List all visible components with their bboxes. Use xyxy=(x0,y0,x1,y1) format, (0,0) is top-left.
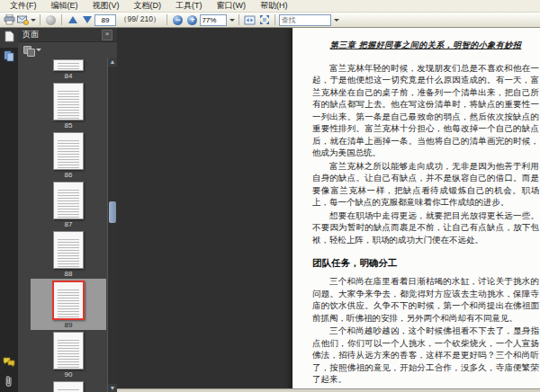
fit-width-button[interactable] xyxy=(243,13,256,26)
thumbnail-partial-next[interactable] xyxy=(31,379,106,392)
thumbnail-image[interactable] xyxy=(53,132,84,170)
scroll-down-icon[interactable]: ▼ xyxy=(108,384,117,392)
paperclip-icon xyxy=(4,375,14,391)
toolbar-separator xyxy=(274,14,275,25)
thumbnail-label: 90 xyxy=(65,370,73,379)
toolbar-separator xyxy=(238,14,239,25)
menu-document[interactable]: 文档(D) xyxy=(127,0,169,12)
toolbar-separator xyxy=(166,14,167,25)
thumbnail-image[interactable] xyxy=(53,182,84,219)
pages-panel-tab[interactable] xyxy=(0,28,18,48)
zoom-level-input[interactable] xyxy=(200,14,227,26)
pages-stack-icon xyxy=(4,49,14,66)
thumbnail-label: 85 xyxy=(65,121,73,129)
zoom-out-icon: − xyxy=(173,15,183,25)
chapter-header: 第三章 把握好同事之间的关系，明智的小象有妙招 xyxy=(312,40,539,51)
thumbnail-list: 84858687888990 ▲ ▼ xyxy=(18,58,117,392)
menu-window[interactable]: 窗口(W) xyxy=(210,0,254,12)
thumbnail-page-86[interactable]: 86 xyxy=(31,130,106,180)
thumbnail-label: 87 xyxy=(65,220,73,228)
thumbnail-image[interactable] xyxy=(53,381,84,392)
page-body-text: 富兰克林年轻的时候，发现朋友们总是不喜欢和他在一起，于是他便想这一切究竟是什么原… xyxy=(312,62,539,392)
chevron-down-icon[interactable] xyxy=(334,19,339,22)
attachments-panel-tab[interactable] xyxy=(0,373,18,392)
thumbnail-label: 89 xyxy=(65,321,73,329)
thumbnail-options-bar xyxy=(18,42,117,58)
menu-file[interactable]: 文件(F) xyxy=(3,0,44,12)
options-icon[interactable] xyxy=(23,46,34,55)
toolbar-separator xyxy=(61,14,62,25)
thumbnail-image[interactable] xyxy=(53,83,84,120)
printer-icon xyxy=(4,14,15,25)
thumbnail-page-88[interactable]: 88 xyxy=(31,229,106,279)
arrow-down-icon xyxy=(83,16,92,23)
previous-view-icon xyxy=(46,15,56,25)
search-input[interactable] xyxy=(279,14,331,26)
navigation-tab-strip xyxy=(0,28,18,392)
toolbar-separator xyxy=(40,14,40,25)
page-count-label: （99/ 210） xyxy=(120,14,160,25)
thumbnail-image[interactable] xyxy=(53,332,84,370)
previous-page-button[interactable] xyxy=(66,13,79,26)
workspace: 页面 × 84858687888990 ▲ ▼ 第三章 把握好同事之间的关系，明… xyxy=(0,28,540,392)
paragraph: 三个和尚越吵越凶，这个时候佛祖看不下去了，显身指点他们，你们可以一个人挑水，一个… xyxy=(312,325,539,385)
panel-header: 页面 × xyxy=(18,28,117,42)
scroll-up-icon[interactable]: ▲ xyxy=(108,58,117,67)
section-heading: 团队任务，明确分工 xyxy=(312,257,539,270)
next-page-button[interactable] xyxy=(80,13,94,26)
thumbnail-page-89[interactable]: 89 xyxy=(31,279,106,330)
document-viewer[interactable]: 第三章 把握好同事之间的关系，明智的小象有妙招 富兰克林年轻的时候，发现朋友们总… xyxy=(117,28,540,392)
fit-page-icon xyxy=(259,14,270,25)
bookmarks-panel-tab[interactable] xyxy=(0,48,18,67)
comments-panel-tab[interactable] xyxy=(0,353,18,373)
close-panel-button[interactable]: × xyxy=(102,30,112,40)
thumbnail-page-84[interactable]: 84 xyxy=(31,58,106,81)
menu-bar: 文件(F)编辑(E)视图(V)文档(D)工具(T)窗口(W)帮助(H) xyxy=(0,0,540,13)
paragraph: 想要在职场中走得更远，就要把目光放得更长远一些。不要因为暂时的缺点而裹足不前，让… xyxy=(312,209,539,245)
fit-width-icon xyxy=(244,15,256,25)
thumbnail-image[interactable] xyxy=(53,231,84,269)
zoom-in-icon: + xyxy=(187,15,197,25)
arrow-up-icon xyxy=(68,16,77,23)
zoom-out-button[interactable]: − xyxy=(171,13,184,26)
paragraph: 三个和尚在庙里看着日渐枯竭的水缸，讨论关于挑水的问题。大家争来争去，都觉得对方应… xyxy=(312,275,539,324)
email-icon xyxy=(17,15,29,25)
thumbnail-label: 84 xyxy=(65,72,73,80)
menu-help[interactable]: 帮助(H) xyxy=(253,0,295,12)
paragraph: 富兰克林年轻的时候，发现朋友们总是不喜欢和他在一起，于是他便想这一切究竟是什么原… xyxy=(312,62,539,159)
menu-view[interactable]: 视图(V) xyxy=(86,0,127,12)
thumbnail-scrollbar[interactable]: ▲ ▼ xyxy=(107,58,117,392)
page-number-input[interactable] xyxy=(94,14,116,26)
main-toolbar: （99/ 210） − + xyxy=(0,13,540,28)
email-button[interactable] xyxy=(17,13,36,26)
chevron-down-icon[interactable] xyxy=(230,19,235,22)
pages-panel: 页面 × 84858687888990 ▲ ▼ xyxy=(18,28,117,392)
horizontal-scrollbar[interactable] xyxy=(117,388,540,392)
fit-page-button[interactable] xyxy=(257,13,271,26)
paragraph: 富兰克林之所以能够走向成功，无非是因为他善于利用自身的缺点。让自己有缺点，并不是… xyxy=(312,160,539,209)
previous-view-button[interactable] xyxy=(44,13,58,26)
print-button[interactable] xyxy=(3,13,16,26)
scrollbar-thumb[interactable] xyxy=(109,201,116,223)
thumbnail-page-87[interactable]: 87 xyxy=(31,180,106,229)
comments-icon xyxy=(3,355,15,371)
thumbnail-label: 86 xyxy=(65,171,73,179)
document-page: 第三章 把握好同事之间的关系，明智的小象有妙招 富兰克林年轻的时候，发现朋友们总… xyxy=(292,28,540,392)
thumbnail-image[interactable] xyxy=(52,281,85,320)
chevron-down-icon[interactable] xyxy=(36,49,41,51)
thumbnail-page-90[interactable]: 90 xyxy=(31,330,106,379)
pdf-reader-window: 文件(F)编辑(E)视图(V)文档(D)工具(T)窗口(W)帮助(H) xyxy=(0,0,540,392)
zoom-in-button[interactable]: + xyxy=(185,13,199,26)
thumbnail-page-85[interactable]: 85 xyxy=(31,81,106,130)
page-icon xyxy=(4,30,14,46)
menu-edit[interactable]: 编辑(E) xyxy=(44,0,86,12)
thumbnail-label: 88 xyxy=(65,270,73,278)
chevron-down-icon xyxy=(31,19,36,22)
menu-tools[interactable]: 工具(T) xyxy=(168,0,210,12)
panel-title: 页面 xyxy=(22,29,102,40)
thumbnail-image[interactable] xyxy=(53,59,84,71)
